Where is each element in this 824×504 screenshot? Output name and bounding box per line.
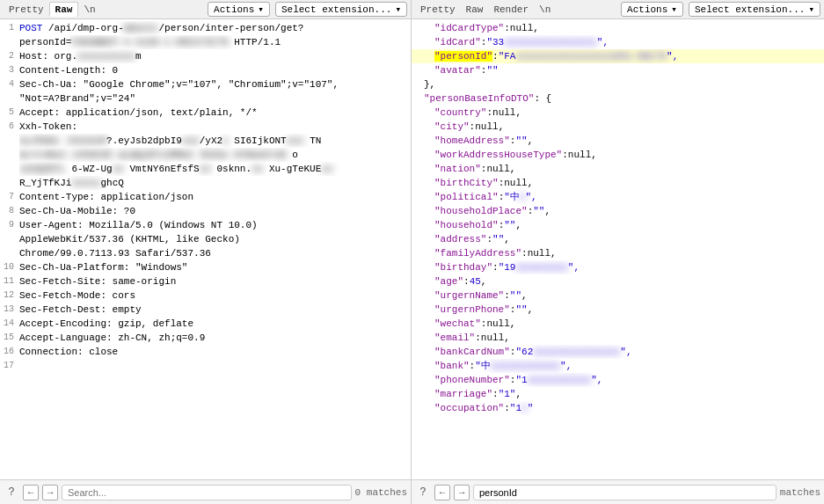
- json-line-email: "email":null,: [412, 331, 824, 345]
- question-icon-right[interactable]: ?: [415, 485, 431, 500]
- json-line-household: "household":"",: [412, 218, 824, 232]
- json-line-occupation: "occupation":"1x": [412, 401, 824, 415]
- request-line-content-type: 7 Content-Type: application/json: [0, 190, 411, 204]
- request-line-sec-mobile: 8 Sec-Ch-Ua-Mobile: ?0: [0, 204, 411, 218]
- tab-newline-right[interactable]: \n: [534, 3, 556, 17]
- left-tab-bar: Pretty Raw \n Actions ▾ Select extension…: [0, 0, 412, 18]
- request-line-token3: iaXQZDTL 6-WZ-Ugxx VmtNY6nEfsfSxx 0sknn.…: [0, 162, 411, 176]
- json-line-idcardtype: "idCardType":null,: [412, 21, 824, 35]
- json-line-bankcardnum: "bankCardNum":"62xxxxxxxxxxxxxxx",: [412, 345, 824, 359]
- tab-render-right[interactable]: Render: [488, 3, 534, 17]
- json-line-personbaseinfo: "personBaseInfoDTO": {: [412, 91, 824, 106]
- chevron-down-icon: ▾: [395, 4, 401, 15]
- json-line-workaddress: "workAddressHouseType":null,: [412, 148, 824, 162]
- json-line-avatar: "avatar":"": [412, 63, 824, 77]
- request-line-contentlength: 3 Content-Length: 0: [0, 63, 411, 77]
- search-input-right[interactable]: [473, 485, 777, 500]
- bottom-bar: ? ← → 0 matches ? ← → matches: [0, 479, 824, 504]
- json-line-wechat: "wechat":null,: [412, 317, 824, 331]
- json-line-phonenumber: "phoneNumber":"1xxxxxxxxxxx",: [412, 373, 824, 387]
- left-panel: 1 POST /api/dmp-org-mmunit/person/inter-…: [0, 19, 412, 479]
- bottom-left-bar: ? ← → 0 matches: [0, 480, 412, 504]
- json-line-nation: "nation":null,: [412, 162, 824, 176]
- tab-raw-left[interactable]: Raw: [49, 2, 79, 17]
- forward-button-right[interactable]: →: [454, 485, 470, 500]
- request-line-personid: personId=FAE6BBCF-4-4120-1-09CA72C78 HTT…: [0, 35, 411, 49]
- main-content: 1 POST /api/dmp-org-mmunit/person/inter-…: [0, 19, 824, 479]
- tab-bar: Pretty Raw \n Actions ▾ Select extension…: [0, 0, 824, 19]
- chevron-down-icon: ▾: [671, 4, 677, 15]
- match-count-right: matches: [780, 487, 820, 498]
- json-line-familyaddress: "familyAddress":null,: [412, 246, 824, 260]
- request-line-user-agent: 9 User-Agent: Mozilla/5.0 (Windows NT 10…: [0, 218, 411, 232]
- request-line-empty: 17: [0, 359, 411, 373]
- request-line-accept-enc: 14 Accept-Encoding: gzip, deflate: [0, 317, 411, 331]
- request-line-chrome: Chrome/99.0.7113.93 Safari/537.36: [0, 246, 411, 260]
- json-line-householdplace: "householdPlace":"",: [412, 204, 824, 218]
- request-line-token2: mLTc4NzU iVhOCO5 wLWQyNTc2MMeZ 3hZSu 8YK…: [0, 148, 411, 162]
- json-line-age: "age":45,: [412, 274, 824, 289]
- request-line-xxh-token: 6 Xxh-Token:: [0, 120, 411, 134]
- json-line-idcard: "idCard":"33xxxxxxxxxxxxxxxx",: [412, 35, 824, 49]
- request-line-token4: R_YjTfKJixxxxxghcQ: [0, 176, 411, 190]
- select-extension-left[interactable]: Select extension... ▾: [275, 2, 407, 17]
- select-extension-right[interactable]: Select extension... ▾: [689, 2, 820, 17]
- request-line-connection: 16 Connection: close: [0, 345, 411, 359]
- json-line-city: "city":null,: [412, 120, 824, 134]
- json-line-address: "address":"",: [412, 232, 824, 246]
- request-line-fetch-mode: 12 Sec-Fetch-Mode: cors: [0, 289, 411, 303]
- right-tab-bar: Pretty Raw Render \n Actions ▾ Select ex…: [412, 0, 824, 18]
- match-count-left: 0 matches: [355, 487, 407, 498]
- request-line-webkit: AppleWebKit/537.36 (KHTML, like Gecko): [0, 232, 411, 246]
- request-line-fetch-dest: 13 Sec-Fetch-Dest: empty: [0, 303, 411, 317]
- request-line-host: 2 Host: org.xxxxxxxxxxm: [0, 49, 411, 63]
- search-input-left[interactable]: [62, 485, 352, 500]
- json-line-birthcity: "birthCity":null,: [412, 176, 824, 190]
- json-line-marriage: "marriage":"1",: [412, 387, 824, 401]
- forward-button-left[interactable]: →: [42, 485, 58, 500]
- question-icon-left[interactable]: ?: [4, 485, 19, 500]
- request-line-fetch-site: 11 Sec-Fetch-Site: same-origin: [0, 274, 411, 289]
- request-line-sec-ch-ua: 4 Sec-Ch-Ua: "Google Chrome";v="107", "C…: [0, 77, 411, 91]
- actions-button-left[interactable]: Actions ▾: [208, 2, 270, 17]
- chevron-down-icon: ▾: [258, 4, 264, 15]
- tab-newline-left[interactable]: \n: [78, 3, 100, 17]
- back-button-left[interactable]: ←: [23, 485, 39, 500]
- json-line-birthday: "birthday":"19xxxxxxxxx",: [412, 260, 824, 274]
- tab-pretty-left[interactable]: Pretty: [4, 3, 49, 17]
- json-line-political: "political":"中x",: [412, 190, 824, 204]
- chevron-down-icon: ▾: [808, 4, 814, 15]
- json-line-personid: "personId":"FAxxxxxxxxxxxxxxxxx841-09c78…: [412, 49, 824, 63]
- request-line-accept: 5 Accept: application/json, text/plain, …: [0, 106, 411, 120]
- json-line-close-brace: },: [412, 77, 824, 91]
- actions-button-right[interactable]: Actions ▾: [621, 2, 683, 17]
- json-line-country: "country":null,: [412, 106, 824, 120]
- json-line-urgernphone: "urgernPhone":"",: [412, 303, 824, 317]
- json-line-bank: "bank":"中xxxxxxxxxxxx",: [412, 359, 824, 373]
- json-line-urgernname: "urgernName":"",: [412, 289, 824, 303]
- request-line-sec-ch-ua2: "Not=A?Brand";v="24": [0, 91, 411, 106]
- back-button-right[interactable]: ←: [434, 485, 450, 500]
- json-line-homeaddress: "homeAddress":"",: [412, 134, 824, 148]
- right-panel: "idCardType":null, "idCard":"33xxxxxxxxx…: [412, 19, 824, 479]
- request-line-platform: 10 Sec-Ch-Ua-Platform: "Windows": [0, 260, 411, 274]
- tab-pretty-right[interactable]: Pretty: [415, 3, 461, 17]
- request-line-accept-lang: 15 Accept-Language: zh-CN, zh;q=0.9: [0, 331, 411, 345]
- bottom-right-bar: ? ← → matches: [412, 480, 824, 504]
- tab-raw-right[interactable]: Raw: [461, 3, 489, 17]
- request-line-1: 1 POST /api/dmp-org-mmunit/person/inter-…: [0, 21, 411, 35]
- request-line-token1: eyJhbGc JIUzUxM?.eyJsb2dpbI9xxx/yX2x SI6…: [0, 134, 411, 148]
